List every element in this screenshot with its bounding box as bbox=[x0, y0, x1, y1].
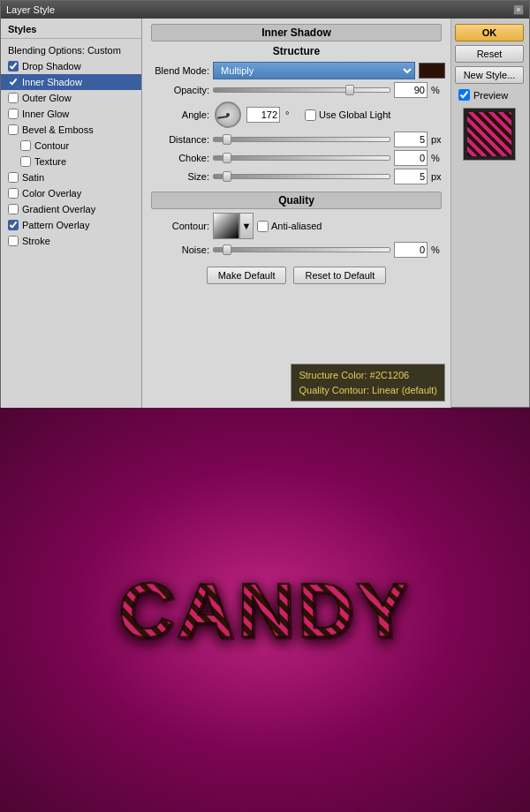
canvas-area: CANDY bbox=[0, 408, 530, 812]
sidebar-item-satin[interactable]: Satin bbox=[1, 169, 141, 185]
choke-row: Choke: % bbox=[148, 150, 445, 166]
distance-unit: px bbox=[431, 134, 445, 145]
choke-slider-thumb bbox=[223, 153, 231, 163]
sidebar-item-gradient-overlay[interactable]: Gradient Overlay bbox=[1, 201, 141, 217]
layer-style-dialog: Layer Style × Styles Blending Options: C… bbox=[0, 0, 530, 408]
dialog-title: Layer Style bbox=[6, 4, 55, 15]
outer-glow-checkbox[interactable] bbox=[8, 93, 19, 103]
sidebar-item-stroke[interactable]: Stroke bbox=[1, 233, 141, 249]
gradient-overlay-label: Gradient Overlay bbox=[22, 204, 95, 214]
preview-label-row: Preview bbox=[455, 87, 524, 102]
distance-row: Distance: px bbox=[148, 132, 445, 147]
contour-label: Contour: bbox=[148, 221, 209, 231]
global-light-checkbox[interactable] bbox=[305, 109, 316, 121]
titlebar: Layer Style × bbox=[1, 1, 529, 19]
outer-glow-label: Outer Glow bbox=[22, 93, 72, 103]
pattern-overlay-label: Pattern Overlay bbox=[22, 220, 89, 230]
pattern-overlay-checkbox[interactable] bbox=[8, 220, 19, 230]
opacity-row: Opacity: % bbox=[148, 82, 445, 98]
sidebar-item-outer-glow[interactable]: Outer Glow bbox=[1, 90, 141, 106]
stroke-label: Stroke bbox=[22, 236, 50, 246]
color-overlay-checkbox[interactable] bbox=[8, 188, 19, 199]
angle-label: Angle: bbox=[148, 109, 209, 120]
sidebar-item-blending-options[interactable]: Blending Options: Custom bbox=[1, 42, 141, 58]
inner-shadow-label: Inner Shadow bbox=[22, 77, 82, 87]
angle-input[interactable] bbox=[246, 107, 280, 123]
distance-input[interactable] bbox=[394, 132, 428, 147]
noise-input[interactable] bbox=[394, 242, 428, 258]
contour-checkbox[interactable] bbox=[20, 140, 31, 151]
reset-to-default-button[interactable]: Reset to Default bbox=[293, 267, 386, 284]
drop-shadow-checkbox[interactable] bbox=[8, 61, 19, 71]
sidebar-item-inner-glow[interactable]: Inner Glow bbox=[1, 106, 141, 122]
noise-unit: % bbox=[431, 244, 445, 255]
gradient-overlay-checkbox[interactable] bbox=[8, 204, 19, 214]
action-buttons: Make Default Reset to Default bbox=[148, 267, 445, 284]
styles-title: Styles bbox=[1, 22, 141, 39]
satin-label: Satin bbox=[22, 172, 44, 183]
contour-label: Contour bbox=[34, 140, 69, 151]
angle-row: Angle: ° Use Global Light bbox=[148, 102, 445, 128]
section-title: Inner Shadow bbox=[151, 24, 442, 41]
sidebar-item-inner-shadow[interactable]: Inner Shadow bbox=[1, 74, 141, 90]
stroke-checkbox[interactable] bbox=[8, 236, 19, 246]
reset-button[interactable]: Reset bbox=[455, 45, 524, 63]
inner-glow-checkbox[interactable] bbox=[8, 109, 19, 119]
angle-needle bbox=[217, 116, 228, 119]
noise-row: Noise: % bbox=[148, 242, 445, 258]
opacity-input[interactable] bbox=[394, 82, 428, 98]
sidebar-item-contour[interactable]: Contour bbox=[1, 138, 141, 154]
main-panel: Inner Shadow Structure Blend Mode: Multi… bbox=[142, 19, 451, 409]
structure-label: Structure bbox=[142, 41, 450, 59]
noise-slider-track[interactable] bbox=[213, 247, 390, 252]
sidebar-item-bevel-emboss[interactable]: Bevel & Emboss bbox=[1, 122, 141, 138]
contour-dropdown-arrow[interactable]: ▼ bbox=[239, 213, 254, 239]
texture-checkbox[interactable] bbox=[20, 156, 31, 167]
blend-color-swatch[interactable] bbox=[419, 63, 445, 79]
satin-checkbox[interactable] bbox=[8, 172, 19, 183]
preview-inner bbox=[467, 112, 511, 156]
sidebar-item-drop-shadow[interactable]: Drop Shadow bbox=[1, 58, 141, 74]
candy-text: CANDY bbox=[115, 566, 415, 656]
sidebar-item-texture[interactable]: Texture bbox=[1, 154, 141, 169]
angle-unit: ° bbox=[285, 109, 299, 120]
angle-dial[interactable] bbox=[215, 102, 241, 128]
preview-checkbox[interactable] bbox=[458, 89, 470, 101]
tooltip-line2: Quality Contour: Linear (default) bbox=[299, 383, 437, 398]
contour-preview-box[interactable] bbox=[213, 213, 239, 239]
choke-input[interactable] bbox=[394, 150, 428, 166]
tooltip-box: Structure Color: #2C1206 Quality Contour… bbox=[291, 364, 445, 402]
blending-options-label: Blending Options: Custom bbox=[8, 45, 121, 56]
ok-button[interactable]: OK bbox=[455, 24, 524, 41]
drop-shadow-label: Drop Shadow bbox=[22, 61, 81, 71]
anti-alias-row: Anti-aliased bbox=[257, 221, 322, 232]
right-buttons-panel: OK Reset New Style... Preview bbox=[450, 19, 529, 168]
size-input[interactable] bbox=[394, 169, 428, 184]
blend-mode-select[interactable]: Multiply bbox=[213, 62, 415, 79]
contour-row: Contour: ▼ Anti-aliased bbox=[148, 213, 445, 239]
quality-section-title: Quality bbox=[151, 192, 442, 209]
bevel-emboss-label: Bevel & Emboss bbox=[22, 124, 94, 135]
close-button[interactable]: × bbox=[513, 4, 524, 15]
opacity-slider-track[interactable] bbox=[213, 87, 390, 93]
bevel-emboss-checkbox[interactable] bbox=[8, 124, 19, 135]
opacity-unit: % bbox=[431, 85, 445, 95]
distance-slider-track[interactable] bbox=[213, 137, 390, 142]
opacity-slider-thumb bbox=[345, 85, 354, 95]
make-default-button[interactable]: Make Default bbox=[207, 267, 287, 284]
choke-slider-track[interactable] bbox=[213, 155, 390, 161]
left-panel: Styles Blending Options: Custom Drop Sha… bbox=[1, 19, 142, 409]
sidebar-item-pattern-overlay[interactable]: Pattern Overlay bbox=[1, 217, 141, 233]
texture-label: Texture bbox=[34, 156, 66, 167]
contour-picker: ▼ bbox=[213, 213, 254, 239]
preview-text: Preview bbox=[473, 90, 508, 101]
anti-alias-checkbox[interactable] bbox=[257, 221, 269, 232]
size-slider-track[interactable] bbox=[213, 174, 390, 179]
size-slider-thumb bbox=[223, 171, 231, 182]
global-light-row: Use Global Light bbox=[305, 109, 390, 121]
sidebar-item-color-overlay[interactable]: Color Overlay bbox=[1, 185, 141, 201]
global-light-label: Use Global Light bbox=[319, 109, 390, 120]
new-style-button[interactable]: New Style... bbox=[455, 66, 524, 84]
anti-alias-label: Anti-aliased bbox=[271, 221, 322, 231]
inner-shadow-checkbox[interactable] bbox=[8, 77, 19, 87]
